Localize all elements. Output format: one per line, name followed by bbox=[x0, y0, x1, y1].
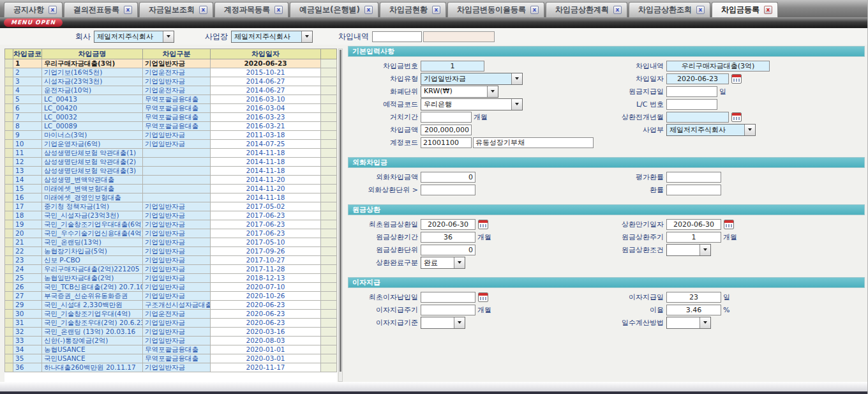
table-row[interactable]: 27부국증권_선순위유동화증권기업일반자금2020-10-26 bbox=[5, 292, 337, 301]
field-combo[interactable]: 완료 bbox=[421, 257, 465, 269]
field-combo[interactable] bbox=[666, 317, 711, 329]
table-row[interactable]: 29국민_시설대 2,330백만원구조개선시설자금대출2020-06-23 bbox=[5, 301, 337, 310]
field-suffix: 개월 bbox=[723, 232, 737, 242]
tab-close-icon[interactable]: x bbox=[199, 6, 207, 14]
field-input[interactable] bbox=[421, 172, 475, 183]
field-input[interactable] bbox=[666, 172, 721, 183]
tab-close-icon[interactable]: x bbox=[764, 6, 772, 14]
table-row[interactable]: 26국민_TCB신용대출(2억) 20.7.10기업일반자금2020-07-10 bbox=[5, 283, 337, 292]
table-row[interactable]: 8LC_00089무역포괄금융대출2016-03-21 bbox=[5, 122, 337, 131]
field-input[interactable] bbox=[421, 185, 475, 195]
field-input[interactable] bbox=[421, 232, 475, 243]
table-row[interactable]: 30국민_기술창조기업우대(4억)기업운전자금2020-06-23 bbox=[5, 310, 337, 319]
field-input[interactable] bbox=[666, 292, 721, 303]
tab-6[interactable]: 차입금현황x bbox=[380, 2, 446, 17]
table-row[interactable]: 6LC_00420무역포괄금융대출2016-03-04 bbox=[5, 104, 337, 113]
field-input[interactable] bbox=[421, 61, 484, 72]
field-combo[interactable]: 우리은행 bbox=[421, 98, 523, 110]
tab-5[interactable]: 예금일보(은행별)x bbox=[290, 2, 378, 17]
field-combo[interactable] bbox=[666, 244, 711, 256]
field-input[interactable] bbox=[666, 61, 770, 72]
calendar-icon[interactable] bbox=[724, 220, 734, 229]
tab-close-icon[interactable]: x bbox=[530, 6, 539, 14]
loan-desc-input[interactable] bbox=[372, 31, 422, 42]
field-input[interactable] bbox=[666, 185, 721, 195]
table-row[interactable]: 34농협USANCE무역포괄금융대출2020-01-01 bbox=[5, 345, 337, 354]
field-input[interactable] bbox=[421, 245, 475, 255]
tab-close-icon[interactable]: x bbox=[432, 6, 440, 14]
table-scrollbar[interactable] bbox=[338, 49, 343, 382]
tab-close-icon[interactable]: x bbox=[49, 6, 57, 14]
table-row[interactable]: 9마이너스(3억)기업일반자금2011-03-18 bbox=[5, 131, 337, 140]
table-row[interactable]: 2기업기보(16억5천)기업운전자금2015-10-21 bbox=[5, 68, 337, 77]
field-input[interactable] bbox=[666, 73, 729, 84]
field-combo[interactable]: 기업일반자금 bbox=[421, 73, 523, 85]
table-row[interactable]: 4운전자금(10억)기업운전자금2014-06-27 bbox=[5, 86, 337, 95]
table-row[interactable]: 3시설자금(23억3천)기업일반자금2014-06-27 bbox=[5, 77, 337, 86]
tab-3[interactable]: 자금일보조회x bbox=[139, 2, 213, 17]
table-row[interactable]: 13삼성생명단체보험 약관대출(3)2014-11-18 bbox=[5, 167, 337, 176]
table-row[interactable]: 25농협일반자금대출(2억)기업일반자금2018-12-13 bbox=[5, 274, 337, 283]
table-row[interactable]: 7LC_00032무역포괄금융대출2016-03-23 bbox=[5, 113, 337, 122]
field-input[interactable] bbox=[421, 305, 475, 315]
table-row[interactable]: 14삼성생명_변액약관대출2014-11-20 bbox=[5, 176, 337, 185]
table-row[interactable]: 17중기청 정책자금(1억)기업일반자금2017-05-02 bbox=[5, 202, 337, 211]
field-input[interactable] bbox=[666, 86, 717, 97]
calendar-icon[interactable] bbox=[731, 112, 742, 122]
table-row[interactable]: 5LC_00413무역포괄금융대출2016-03-10 bbox=[5, 95, 337, 104]
table-row[interactable]: 15미래에셋_변액보험대출2014-11-20 bbox=[5, 185, 337, 193]
field-input[interactable] bbox=[666, 112, 729, 123]
tab-7[interactable]: 차입금변동이율등록x bbox=[447, 2, 544, 17]
table-row[interactable]: 36하나대출260백만원 20.11.17기업일반자금2020-11-17 bbox=[5, 363, 337, 372]
field-input[interactable] bbox=[473, 137, 594, 148]
tab-close-icon[interactable]: x bbox=[124, 6, 132, 14]
table-row[interactable]: 21국민_온랜딩(13억)기업일반자금2017-05-10 bbox=[5, 238, 337, 247]
field-input[interactable] bbox=[421, 219, 475, 230]
company-select[interactable]: 제일저지주식회사 bbox=[94, 31, 174, 43]
field-combo[interactable]: KRW(₩) bbox=[421, 86, 498, 98]
tab-8[interactable]: 차입금상환계획x bbox=[546, 2, 627, 17]
table-row[interactable]: 10기업운영자금(6억)기업일반자금2014-07-25 bbox=[5, 140, 337, 149]
field-input[interactable] bbox=[421, 112, 472, 123]
tab-close-icon[interactable]: x bbox=[613, 6, 622, 14]
table-row[interactable]: 11삼성생명단체보험 약관대출(1)2014-11-18 bbox=[5, 149, 337, 158]
tab-close-icon[interactable]: x bbox=[364, 6, 373, 14]
field-input[interactable] bbox=[421, 125, 472, 135]
field-input[interactable] bbox=[666, 232, 721, 243]
business-site-select[interactable]: 제일저지주식회사 bbox=[231, 31, 313, 43]
calendar-icon[interactable] bbox=[731, 74, 742, 84]
tab-2[interactable]: 결의전표등록x bbox=[64, 2, 138, 17]
table-row[interactable]: 20국민_우수기술기업신용대출(4억)기업일반자금2017-06-23 bbox=[5, 229, 337, 238]
calendar-icon[interactable] bbox=[478, 220, 488, 229]
tab-10[interactable]: 차입금등록x bbox=[712, 2, 778, 17]
table-row[interactable]: 19국민_기술창조기업우대대출(6억)기업일반자금2017-06-23 bbox=[5, 220, 337, 229]
calendar-icon[interactable] bbox=[478, 292, 488, 302]
tab-close-icon[interactable]: x bbox=[274, 6, 283, 14]
field-input[interactable] bbox=[666, 219, 721, 230]
tab-4[interactable]: 계정과목등록x bbox=[214, 2, 288, 17]
tab-close-icon[interactable]: x bbox=[696, 6, 705, 14]
table-row[interactable]: 18국민_시설자금(23억3천)기업일반자금2017-06-23 bbox=[5, 211, 337, 220]
field-input[interactable] bbox=[421, 137, 472, 148]
field-input[interactable] bbox=[666, 99, 717, 110]
tab-1[interactable]: 공지사항x bbox=[4, 2, 63, 17]
scrollbar-thumb[interactable] bbox=[340, 50, 341, 372]
field-label: 원금상환단위 bbox=[348, 245, 421, 255]
table-row[interactable]: 33신한(-)통장예금(2억)기업일반자금2020-08-03 bbox=[5, 337, 337, 345]
table-row[interactable]: 12삼성생명단체보험 약관대출(2)2014-11-18 bbox=[5, 158, 337, 167]
table-row[interactable]: 22농협장기차입금(5억)기업일반자금2017-09-26 bbox=[5, 247, 337, 256]
table-row[interactable]: 31국민_기술창조우대(2억) 20.6.23기업일반자금2020-06-23 bbox=[5, 319, 337, 328]
tab-9[interactable]: 차입금상환조회x bbox=[629, 2, 710, 17]
table-row[interactable]: 24우리구매자금대출(2억)221205기업일반자금2017-11-28 bbox=[5, 265, 337, 274]
table-row[interactable]: 32국민_온랜딩 (13억) 20.03.16기업일반자금2020-03-16 bbox=[5, 328, 337, 337]
field-combo[interactable]: 제일저지주식회사 bbox=[666, 124, 756, 136]
table-row[interactable]: 23신보 P-CBO기업일반자금2017-10-27 bbox=[5, 256, 337, 265]
table-row[interactable]: 35국민USANCE무역포괄금융대출2020-03-01 bbox=[5, 354, 337, 363]
field-input[interactable] bbox=[666, 305, 721, 315]
combo-value: KRW(₩) bbox=[421, 86, 487, 97]
table-row[interactable]: 16미래에셋_경영인보험대출2014-11-18 bbox=[5, 193, 337, 202]
field-input[interactable] bbox=[421, 292, 475, 303]
menu-open-button[interactable]: MENU OPEN bbox=[4, 19, 63, 27]
table-row[interactable]: 1우리구매자금대출(3억)기업일반자금2020-06-23 bbox=[5, 59, 337, 68]
field-combo[interactable] bbox=[421, 317, 465, 329]
